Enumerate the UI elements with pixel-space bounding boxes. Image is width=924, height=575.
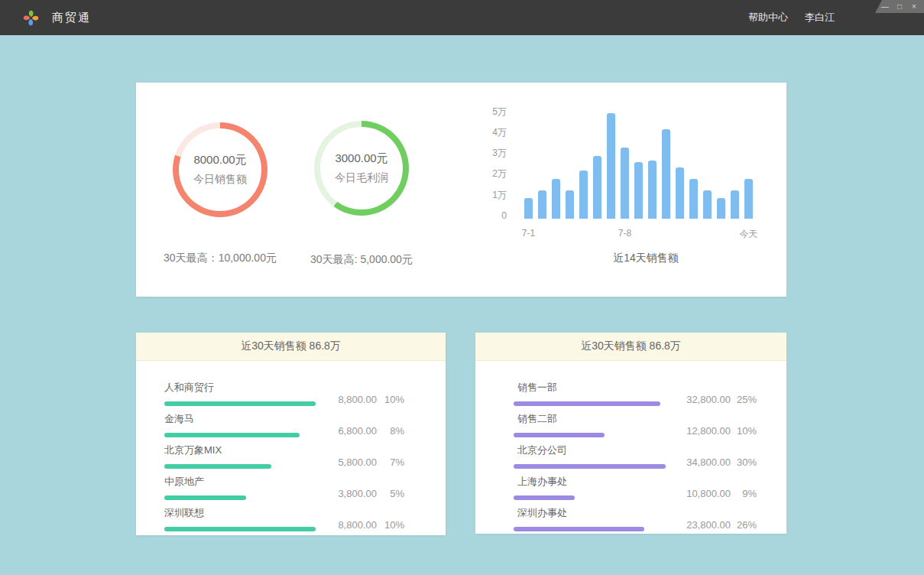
bar-chart-title: 近14天销售额 bbox=[524, 252, 767, 265]
rank-row-label: 深圳办事处 bbox=[517, 506, 644, 520]
x-axis-tick-label: 7-8 bbox=[618, 228, 631, 239]
today-profit-donut-center: 3000.00元 今日毛利润 bbox=[320, 127, 403, 210]
customer-sales-list: 人和商贸行8,800.0010%金海马6,800.008%北京万象MIX5,80… bbox=[136, 361, 446, 531]
rank-row-percent: 10% bbox=[377, 394, 404, 405]
rank-row-amount: 34,800.00 bbox=[686, 456, 731, 468]
rank-row-amount: 32,800.00 bbox=[686, 394, 731, 405]
app-window: 商贸通 帮助中心 李白江 — □ × 8000.00元 今日销售额 30天最高：… bbox=[0, 0, 924, 575]
chart-bar bbox=[731, 190, 739, 219]
rank-row: 深圳联想8,800.0010% bbox=[164, 506, 404, 531]
close-icon[interactable]: × bbox=[909, 2, 919, 11]
rank-row: 北京分公司34,800.0030% bbox=[514, 443, 757, 469]
chart-bar bbox=[538, 190, 546, 219]
rank-row-bar bbox=[164, 433, 300, 437]
rank-row-bar bbox=[514, 495, 575, 500]
rank-row-label: 金海马 bbox=[164, 412, 300, 426]
rank-row-label: 深圳联想 bbox=[164, 506, 316, 520]
y-axis-tick-label: 4万 bbox=[465, 127, 507, 138]
app-title: 商贸通 bbox=[52, 11, 91, 25]
titlebar: 商贸通 帮助中心 李白江 — □ × bbox=[0, 0, 924, 35]
rank-row-percent: 30% bbox=[731, 456, 757, 468]
rank-row-label: 北京分公司 bbox=[517, 443, 666, 457]
rank-row-percent: 10% bbox=[731, 425, 757, 437]
profit-30day-high: 30天最高: 5,000.00元 bbox=[277, 253, 446, 267]
chart-bar bbox=[579, 171, 588, 219]
today-sales-label: 今日销售额 bbox=[193, 173, 247, 187]
today-profit-value: 3000.00元 bbox=[335, 151, 387, 166]
y-axis-tick-label: 0 bbox=[465, 210, 507, 221]
customer-sales-card: 近30天销售额 86.8万 人和商贸行8,800.0010%金海马6,800.0… bbox=[136, 333, 446, 535]
rank-row-bar bbox=[164, 527, 316, 531]
rank-row-label: 北京万象MIX bbox=[164, 443, 271, 457]
rank-row-label: 上海办事处 bbox=[517, 475, 575, 489]
chart-bar bbox=[689, 179, 698, 219]
department-sales-card-header: 近30天销售额 86.8万 bbox=[475, 333, 786, 361]
rank-row-label: 销售二部 bbox=[517, 412, 605, 426]
rank-row: 北京万象MIX5,800.007% bbox=[164, 443, 404, 469]
chart-bar bbox=[593, 156, 601, 219]
rank-row-label: 中原地产 bbox=[164, 475, 246, 489]
bar-chart-bars bbox=[524, 108, 753, 219]
rank-row-label: 销售一部 bbox=[517, 381, 660, 395]
chart-bar bbox=[703, 190, 712, 219]
y-axis-tick-label: 2万 bbox=[465, 168, 507, 179]
today-profit-donut: 3000.00元 今日毛利润 bbox=[314, 121, 409, 216]
rank-row-bar bbox=[514, 527, 644, 531]
chart-bar bbox=[648, 161, 657, 219]
rank-row-percent: 8% bbox=[377, 425, 404, 437]
chart-bar bbox=[566, 190, 574, 219]
rank-row-bar bbox=[164, 495, 246, 500]
chart-bar bbox=[744, 179, 753, 219]
rank-row-amount: 3,800.00 bbox=[338, 488, 377, 499]
rank-row-percent: 10% bbox=[377, 519, 404, 531]
today-summary-card: 8000.00元 今日销售额 30天最高：10,000.00元 3000.00元… bbox=[136, 83, 786, 297]
rank-row-label: 人和商贸行 bbox=[164, 381, 316, 395]
rank-row-amount: 6,800.00 bbox=[338, 425, 377, 437]
rank-row-bar bbox=[514, 401, 660, 406]
y-axis-tick-label: 3万 bbox=[465, 148, 507, 158]
y-axis-tick-label: 5万 bbox=[465, 106, 507, 117]
department-sales-card: 近30天销售额 86.8万 销售一部32,800.0025%销售二部12,800… bbox=[475, 333, 786, 534]
chart-bar bbox=[634, 162, 643, 219]
chart-bar bbox=[607, 113, 615, 219]
chart-bar bbox=[717, 198, 725, 219]
rank-row-bar bbox=[514, 464, 666, 469]
maximize-icon[interactable]: □ bbox=[895, 2, 904, 11]
rank-row-bar bbox=[514, 433, 605, 437]
rank-row-percent: 25% bbox=[731, 394, 757, 405]
chart-bar bbox=[552, 179, 560, 219]
chart-bar bbox=[662, 129, 670, 219]
user-menu[interactable]: 李白江 bbox=[805, 11, 835, 24]
rank-row-amount: 23,800.00 bbox=[686, 519, 731, 531]
rank-row-percent: 7% bbox=[377, 456, 404, 468]
pinwheel-logo-icon bbox=[21, 8, 41, 28]
customer-sales-card-header: 近30天销售额 86.8万 bbox=[136, 333, 446, 361]
rank-row: 销售二部12,800.0010% bbox=[514, 412, 757, 437]
rank-row-amount: 8,800.00 bbox=[338, 519, 377, 531]
rank-row-bar bbox=[164, 401, 316, 406]
chart-bar bbox=[524, 198, 533, 219]
today-sales-donut: 8000.00元 今日销售额 bbox=[173, 122, 267, 217]
rank-row: 上海办事处10,800.009% bbox=[514, 475, 757, 500]
help-center-link[interactable]: 帮助中心 bbox=[748, 11, 788, 24]
rank-row-percent: 5% bbox=[377, 488, 404, 499]
rank-row-percent: 9% bbox=[731, 488, 757, 499]
x-axis-tick-label: 今天 bbox=[740, 228, 758, 241]
rank-row: 销售一部32,800.0025% bbox=[514, 381, 757, 406]
rank-row-amount: 5,800.00 bbox=[338, 456, 377, 468]
rank-row-amount: 8,800.00 bbox=[338, 394, 377, 405]
minimize-icon[interactable]: — bbox=[880, 2, 890, 11]
rank-row: 人和商贸行8,800.0010% bbox=[164, 381, 404, 406]
today-sales-value: 8000.00元 bbox=[193, 153, 246, 167]
today-profit-label: 今日毛利润 bbox=[335, 171, 388, 185]
y-axis-tick-label: 1万 bbox=[465, 190, 507, 200]
rank-row-amount: 12,800.00 bbox=[686, 425, 731, 437]
rank-row: 中原地产3,800.005% bbox=[164, 475, 404, 500]
department-sales-list: 销售一部32,800.0025%销售二部12,800.0010%北京分公司34,… bbox=[475, 361, 786, 531]
chart-bar bbox=[621, 148, 629, 219]
rank-row-percent: 26% bbox=[731, 519, 757, 531]
x-axis-tick-label: 7-1 bbox=[522, 228, 535, 239]
rank-row-bar bbox=[164, 464, 271, 469]
rank-row: 深圳办事处23,800.0026% bbox=[514, 506, 757, 531]
rank-row-amount: 10,800.00 bbox=[686, 488, 731, 499]
